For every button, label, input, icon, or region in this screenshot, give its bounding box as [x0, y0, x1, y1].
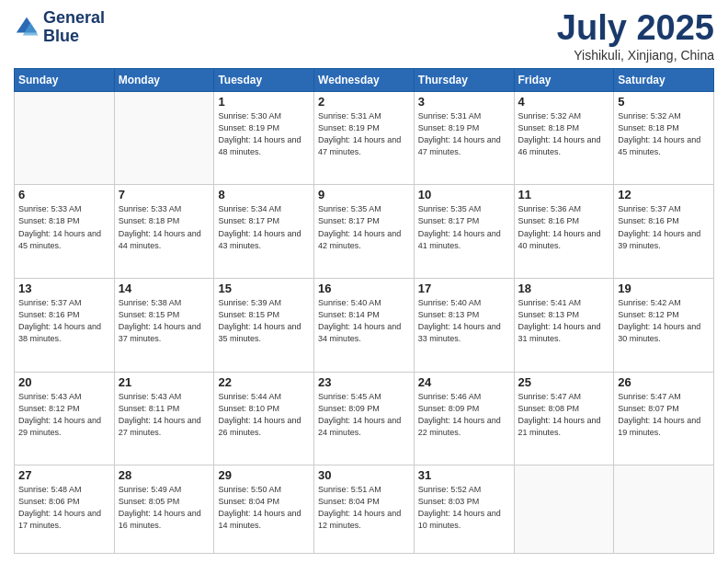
calendar-cell: 21Sunrise: 5:43 AM Sunset: 8:11 PM Dayli… [114, 372, 214, 465]
calendar-cell: 5Sunrise: 5:32 AM Sunset: 8:18 PM Daylig… [614, 91, 714, 185]
day-number: 18 [518, 282, 610, 295]
day-number: 2 [318, 95, 410, 109]
calendar-cell: 11Sunrise: 5:36 AM Sunset: 8:16 PM Dayli… [514, 185, 614, 279]
weekday-friday: Friday [514, 68, 614, 91]
day-number: 28 [119, 468, 210, 482]
location: Yishikuli, Xinjiang, China [557, 48, 714, 63]
day-number: 5 [618, 95, 710, 109]
weekday-wednesday: Wednesday [314, 68, 415, 91]
day-number: 29 [218, 468, 310, 482]
weekday-header-row: SundayMondayTuesdayWednesdayThursdayFrid… [15, 68, 714, 91]
week-row-2: 6Sunrise: 5:33 AM Sunset: 8:18 PM Daylig… [15, 185, 714, 279]
calendar-cell [614, 465, 714, 554]
cell-info: Sunrise: 5:31 AM Sunset: 8:19 PM Dayligh… [318, 110, 410, 158]
day-number: 8 [218, 188, 310, 201]
day-number: 3 [418, 95, 510, 109]
month-title: July 2025 [557, 9, 714, 48]
day-number: 12 [618, 188, 710, 201]
calendar-cell [114, 91, 214, 185]
cell-info: Sunrise: 5:34 AM Sunset: 8:17 PM Dayligh… [218, 203, 310, 251]
day-number: 6 [18, 188, 110, 201]
cell-info: Sunrise: 5:47 AM Sunset: 8:07 PM Dayligh… [618, 391, 710, 439]
title-block: July 2025 Yishikuli, Xinjiang, China [557, 9, 714, 63]
week-row-5: 27Sunrise: 5:48 AM Sunset: 8:06 PM Dayli… [15, 465, 714, 554]
cell-info: Sunrise: 5:32 AM Sunset: 8:18 PM Dayligh… [618, 110, 710, 158]
week-row-4: 20Sunrise: 5:43 AM Sunset: 8:12 PM Dayli… [15, 372, 714, 465]
cell-info: Sunrise: 5:42 AM Sunset: 8:12 PM Dayligh… [618, 297, 710, 345]
day-number: 21 [119, 375, 210, 389]
calendar-cell: 23Sunrise: 5:45 AM Sunset: 8:09 PM Dayli… [314, 372, 415, 465]
calendar-table: SundayMondayTuesdayWednesdayThursdayFrid… [14, 68, 714, 554]
cell-info: Sunrise: 5:30 AM Sunset: 8:19 PM Dayligh… [218, 110, 310, 158]
weekday-tuesday: Tuesday [214, 68, 314, 91]
calendar-cell: 3Sunrise: 5:31 AM Sunset: 8:19 PM Daylig… [414, 91, 514, 185]
cell-info: Sunrise: 5:36 AM Sunset: 8:16 PM Dayligh… [518, 203, 610, 251]
cell-info: Sunrise: 5:33 AM Sunset: 8:18 PM Dayligh… [119, 203, 210, 251]
calendar-cell: 6Sunrise: 5:33 AM Sunset: 8:18 PM Daylig… [15, 185, 115, 279]
calendar-cell: 28Sunrise: 5:49 AM Sunset: 8:05 PM Dayli… [114, 465, 214, 554]
week-row-1: 1Sunrise: 5:30 AM Sunset: 8:19 PM Daylig… [15, 91, 714, 185]
cell-info: Sunrise: 5:37 AM Sunset: 8:16 PM Dayligh… [618, 203, 710, 251]
day-number: 31 [418, 468, 510, 482]
day-number: 7 [119, 188, 210, 201]
calendar-cell: 2Sunrise: 5:31 AM Sunset: 8:19 PM Daylig… [314, 91, 415, 185]
cell-info: Sunrise: 5:46 AM Sunset: 8:09 PM Dayligh… [418, 391, 510, 439]
cell-info: Sunrise: 5:35 AM Sunset: 8:17 PM Dayligh… [318, 203, 410, 251]
cell-info: Sunrise: 5:43 AM Sunset: 8:12 PM Dayligh… [18, 391, 110, 439]
cell-info: Sunrise: 5:52 AM Sunset: 8:03 PM Dayligh… [418, 484, 510, 532]
cell-info: Sunrise: 5:48 AM Sunset: 8:06 PM Dayligh… [18, 484, 110, 532]
calendar-cell: 17Sunrise: 5:40 AM Sunset: 8:13 PM Dayli… [414, 279, 514, 373]
calendar-cell [15, 91, 115, 185]
header: General Blue July 2025 Yishikuli, Xinjia… [14, 9, 714, 63]
day-number: 19 [618, 282, 710, 295]
cell-info: Sunrise: 5:32 AM Sunset: 8:18 PM Dayligh… [518, 110, 610, 158]
calendar-cell: 20Sunrise: 5:43 AM Sunset: 8:12 PM Dayli… [15, 372, 115, 465]
day-number: 23 [318, 375, 410, 389]
calendar-cell: 10Sunrise: 5:35 AM Sunset: 8:17 PM Dayli… [414, 185, 514, 279]
calendar-cell: 27Sunrise: 5:48 AM Sunset: 8:06 PM Dayli… [15, 465, 115, 554]
weekday-sunday: Sunday [15, 68, 115, 91]
day-number: 11 [518, 188, 610, 201]
cell-info: Sunrise: 5:39 AM Sunset: 8:15 PM Dayligh… [218, 297, 310, 345]
cell-info: Sunrise: 5:50 AM Sunset: 8:04 PM Dayligh… [218, 484, 310, 532]
day-number: 20 [18, 375, 110, 389]
day-number: 24 [418, 375, 510, 389]
calendar-cell: 16Sunrise: 5:40 AM Sunset: 8:14 PM Dayli… [314, 279, 415, 373]
calendar-cell: 1Sunrise: 5:30 AM Sunset: 8:19 PM Daylig… [214, 91, 314, 185]
weekday-monday: Monday [114, 68, 214, 91]
cell-info: Sunrise: 5:38 AM Sunset: 8:15 PM Dayligh… [119, 297, 210, 345]
calendar-cell: 25Sunrise: 5:47 AM Sunset: 8:08 PM Dayli… [514, 372, 614, 465]
calendar-cell [514, 465, 614, 554]
day-number: 4 [518, 95, 610, 109]
calendar-cell: 29Sunrise: 5:50 AM Sunset: 8:04 PM Dayli… [214, 465, 314, 554]
calendar-cell: 4Sunrise: 5:32 AM Sunset: 8:18 PM Daylig… [514, 91, 614, 185]
calendar-cell: 9Sunrise: 5:35 AM Sunset: 8:17 PM Daylig… [314, 185, 415, 279]
day-number: 15 [218, 282, 310, 295]
day-number: 14 [119, 282, 210, 295]
calendar-cell: 26Sunrise: 5:47 AM Sunset: 8:07 PM Dayli… [614, 372, 714, 465]
day-number: 22 [218, 375, 310, 389]
calendar-cell: 7Sunrise: 5:33 AM Sunset: 8:18 PM Daylig… [114, 185, 214, 279]
calendar-cell: 30Sunrise: 5:51 AM Sunset: 8:04 PM Dayli… [314, 465, 415, 554]
day-number: 30 [318, 468, 410, 482]
cell-info: Sunrise: 5:31 AM Sunset: 8:19 PM Dayligh… [418, 110, 510, 158]
calendar-cell: 8Sunrise: 5:34 AM Sunset: 8:17 PM Daylig… [214, 185, 314, 279]
day-number: 10 [418, 188, 510, 201]
cell-info: Sunrise: 5:40 AM Sunset: 8:13 PM Dayligh… [418, 297, 510, 345]
cell-info: Sunrise: 5:40 AM Sunset: 8:14 PM Dayligh… [318, 297, 410, 345]
cell-info: Sunrise: 5:47 AM Sunset: 8:08 PM Dayligh… [518, 391, 610, 439]
day-number: 17 [418, 282, 510, 295]
day-number: 1 [218, 95, 310, 109]
calendar-cell: 22Sunrise: 5:44 AM Sunset: 8:10 PM Dayli… [214, 372, 314, 465]
calendar-cell: 24Sunrise: 5:46 AM Sunset: 8:09 PM Dayli… [414, 372, 514, 465]
day-number: 25 [518, 375, 610, 389]
logo-icon [14, 15, 40, 40]
weekday-saturday: Saturday [614, 68, 714, 91]
cell-info: Sunrise: 5:51 AM Sunset: 8:04 PM Dayligh… [318, 484, 410, 532]
day-number: 26 [618, 375, 710, 389]
logo-text: General Blue [43, 9, 105, 46]
day-number: 27 [18, 468, 110, 482]
cell-info: Sunrise: 5:43 AM Sunset: 8:11 PM Dayligh… [119, 391, 210, 439]
calendar-cell: 19Sunrise: 5:42 AM Sunset: 8:12 PM Dayli… [614, 279, 714, 373]
cell-info: Sunrise: 5:44 AM Sunset: 8:10 PM Dayligh… [218, 391, 310, 439]
